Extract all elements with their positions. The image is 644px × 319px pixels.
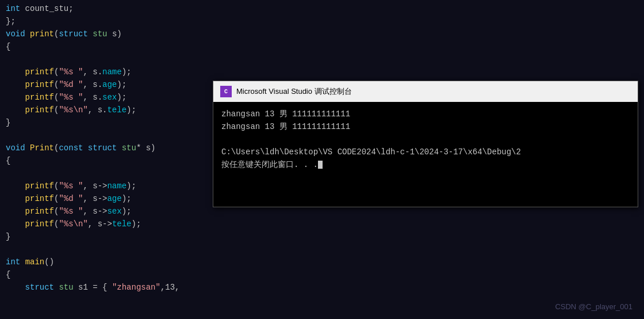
func-printf: printf <box>25 192 54 205</box>
code-line: int count_stu; <box>0 2 218 15</box>
code-line: { <box>0 268 218 281</box>
string-literal: "%s " <box>59 66 83 78</box>
code-text: ,13, <box>160 281 180 294</box>
code-text: ( <box>54 180 59 192</box>
func-printf: printf <box>25 66 54 78</box>
code-text <box>6 218 25 230</box>
console-body: zhangsan 13 男 111111111111 zhangsan 13 男… <box>213 102 638 207</box>
struct-name: stu <box>122 142 136 154</box>
code-text <box>6 192 25 205</box>
code-text <box>20 256 25 268</box>
code-text <box>6 205 25 218</box>
keyword-struct: struct <box>59 28 87 40</box>
keyword-void: void <box>6 28 25 40</box>
keyword-struct: struct <box>25 281 54 294</box>
member-name: age <box>107 192 121 205</box>
code-text <box>6 281 25 294</box>
code-text: }; <box>6 15 16 28</box>
code-line: }; <box>0 15 218 28</box>
code-line: printf ( "%s " , s. name ); <box>0 66 218 78</box>
code-text: , s-> <box>83 205 107 218</box>
code-line: } <box>0 116 218 129</box>
code-text: , s-> <box>88 218 112 230</box>
keyword-const: const <box>59 142 83 154</box>
console-output-line2: zhangsan 13 男 111111111111 <box>221 120 630 133</box>
console-icon-label: C <box>224 89 228 95</box>
member-name: tele <box>112 218 132 230</box>
struct-name: stu <box>93 28 107 40</box>
code-text: s1 = { <box>74 281 112 294</box>
code-text <box>6 104 25 116</box>
string-literal: "%s\n" <box>59 104 87 116</box>
string-literal: "%s " <box>59 180 83 192</box>
keyword-void: void <box>6 142 25 154</box>
code-text: { <box>6 40 10 53</box>
code-line: printf ( "%s " , s. sex ); <box>0 91 218 104</box>
code-editor: int count_stu; }; void print ( struct st… <box>0 0 644 319</box>
func-printf: printf <box>25 104 54 116</box>
string-literal: "zhangsan" <box>112 281 160 294</box>
func-printf: printf <box>25 78 54 91</box>
code-text: ( <box>54 91 59 104</box>
func-printf: printf <box>25 218 54 230</box>
console-window[interactable]: C Microsoft Visual Studio 调试控制台 zhangsan… <box>213 81 638 207</box>
code-line <box>0 53 218 66</box>
console-titlebar: C Microsoft Visual Studio 调试控制台 <box>213 81 638 102</box>
code-text <box>117 142 121 154</box>
code-line: void Print ( const struct stu * s) <box>0 142 218 154</box>
member-name: age <box>102 78 117 91</box>
code-text: { <box>6 268 10 281</box>
code-line: { <box>0 154 218 167</box>
member-name: tele <box>107 104 126 116</box>
code-text: ( <box>54 142 59 154</box>
code-text: ( <box>54 192 59 205</box>
code-text: s) <box>107 28 121 40</box>
code-text: , s-> <box>83 192 107 205</box>
code-text: ( <box>54 205 59 218</box>
code-line <box>0 243 218 256</box>
code-line: } <box>0 230 218 243</box>
code-text <box>6 91 25 104</box>
string-literal: "%s " <box>59 205 83 218</box>
code-text: ); <box>126 180 136 192</box>
console-title: Microsoft Visual Studio 调试控制台 <box>236 86 352 97</box>
code-text <box>25 142 30 154</box>
code-text: ( <box>54 218 59 230</box>
csdn-watermark: CSDN @C_player_001 <box>555 302 632 311</box>
code-text: , s. <box>88 104 108 116</box>
keyword-struct: struct <box>88 142 117 154</box>
code-text: ( <box>54 28 59 40</box>
code-line <box>0 167 218 180</box>
code-text: , s. <box>83 78 102 91</box>
console-cursor <box>318 161 323 169</box>
console-output-line1: zhangsan 13 男 111111111111 <box>221 108 630 120</box>
func-main: main <box>25 256 45 268</box>
code-line: printf ( "%d " , s. age ); <box>0 78 218 91</box>
code-text <box>25 28 30 40</box>
code-text: } <box>6 116 10 129</box>
code-line: struct stu s1 = { "zhangsan" ,13, <box>0 281 218 294</box>
code-text: ); <box>131 218 141 230</box>
code-text: ); <box>122 66 132 78</box>
code-area: int count_stu; }; void print ( struct st… <box>0 0 218 319</box>
member-name: sex <box>107 205 121 218</box>
code-text: ); <box>122 192 132 205</box>
code-text: count_stu; <box>20 2 73 15</box>
code-line: printf ( "%s\n" , s. tele ); <box>0 104 218 116</box>
code-text: , s-> <box>83 180 107 192</box>
func-printf: printf <box>25 205 54 218</box>
console-output-empty <box>221 133 630 146</box>
console-prompt-line: 按任意键关闭此窗口. . . <box>221 158 630 171</box>
string-literal: "%s\n" <box>59 218 87 230</box>
code-text <box>54 281 59 294</box>
code-text: ); <box>126 104 136 116</box>
func-printf: printf <box>25 91 54 104</box>
func-name: Print <box>30 142 54 154</box>
func-printf: printf <box>25 180 54 192</box>
console-path-line: C:\Users\ldh\Desktop\VS CODE2024\ldh-c-1… <box>221 146 630 158</box>
member-name: name <box>102 66 122 78</box>
code-text: , s. <box>83 91 102 104</box>
keyword-int: int <box>6 2 20 15</box>
code-text: ( <box>54 66 59 78</box>
code-line: printf ( "%s " , s-> sex ); <box>0 205 218 218</box>
